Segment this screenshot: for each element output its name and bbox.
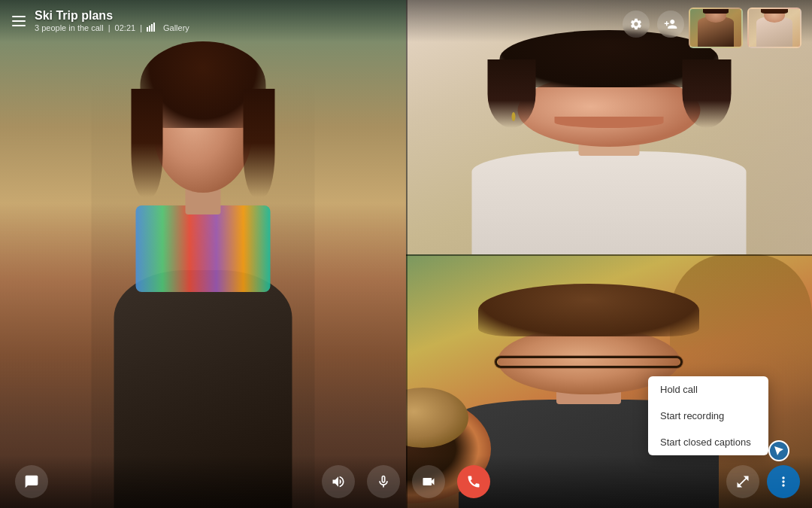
chat-button[interactable]: [15, 465, 48, 498]
main-video-cell: [0, 0, 406, 508]
speaker-button[interactable]: [322, 465, 355, 498]
svg-rect-0: [147, 27, 148, 32]
expand-button[interactable]: [726, 465, 759, 498]
svg-rect-3: [153, 23, 155, 32]
network-icon: [147, 23, 156, 33]
add-person-button[interactable]: [657, 11, 684, 38]
thumbnail-2[interactable]: [747, 8, 801, 48]
participant-thumbnails: [689, 8, 801, 48]
video-button[interactable]: [412, 465, 445, 498]
start-recording-item[interactable]: Start recording: [648, 403, 768, 429]
settings-button[interactable]: [623, 11, 650, 38]
cell-controls: [623, 11, 684, 38]
call-toolbar: [0, 455, 812, 508]
call-title: Ski Trip plans: [35, 9, 189, 23]
call-info: Ski Trip plans 3 people in the call | 02…: [35, 9, 189, 33]
thumbnail-1[interactable]: [689, 8, 743, 48]
end-call-button[interactable]: [457, 465, 490, 498]
mute-button[interactable]: [367, 465, 400, 498]
menu-button[interactable]: [12, 16, 26, 26]
hold-call-item[interactable]: Hold call: [648, 376, 768, 403]
context-menu: Hold call Start recording Start closed c…: [648, 376, 768, 455]
svg-rect-2: [151, 24, 153, 32]
call-meta: 3 people in the call | 02:21 | Gallery: [35, 23, 189, 33]
horizontal-divider: [406, 254, 812, 256]
start-closed-captions-item[interactable]: Start closed captions: [648, 429, 768, 455]
call-duration: 02:21: [115, 23, 136, 32]
svg-rect-1: [149, 26, 150, 32]
more-options-button[interactable]: [767, 465, 800, 498]
participant-count: 3 people in the call: [35, 23, 104, 32]
view-mode[interactable]: Gallery: [163, 23, 189, 32]
